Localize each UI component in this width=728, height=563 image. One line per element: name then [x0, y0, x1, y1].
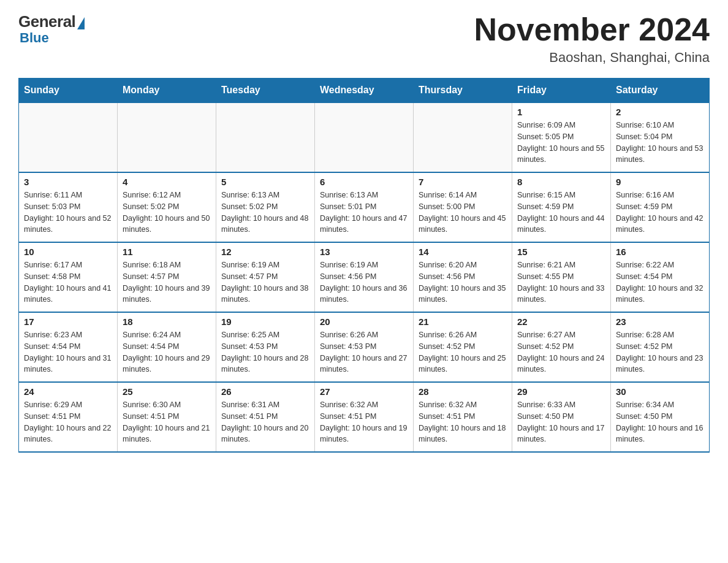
- weekday-header-wednesday: Wednesday: [315, 79, 414, 103]
- month-title: November 2024: [474, 12, 710, 47]
- calendar-week-row: 24Sunrise: 6:29 AM Sunset: 4:51 PM Dayli…: [19, 382, 710, 452]
- calendar-week-row: 3Sunrise: 6:11 AM Sunset: 5:03 PM Daylig…: [19, 172, 710, 242]
- weekday-header-saturday: Saturday: [611, 79, 710, 103]
- day-number: 7: [419, 177, 507, 187]
- calendar-cell: 25Sunrise: 6:30 AM Sunset: 4:51 PM Dayli…: [118, 382, 216, 452]
- calendar-cell: [118, 102, 216, 172]
- calendar-cell: 22Sunrise: 6:27 AM Sunset: 4:52 PM Dayli…: [512, 312, 611, 382]
- day-info: Sunrise: 6:13 AM Sunset: 5:02 PM Dayligh…: [221, 190, 309, 236]
- day-info: Sunrise: 6:11 AM Sunset: 5:03 PM Dayligh…: [24, 190, 112, 236]
- day-number: 29: [517, 386, 605, 397]
- day-number: 9: [616, 177, 704, 187]
- weekday-header-thursday: Thursday: [414, 79, 512, 103]
- day-number: 28: [419, 386, 507, 397]
- calendar-cell: [216, 102, 315, 172]
- day-info: Sunrise: 6:12 AM Sunset: 5:02 PM Dayligh…: [123, 190, 211, 236]
- day-info: Sunrise: 6:20 AM Sunset: 4:56 PM Dayligh…: [419, 259, 507, 305]
- day-info: Sunrise: 6:26 AM Sunset: 4:52 PM Dayligh…: [419, 329, 507, 375]
- day-info: Sunrise: 6:09 AM Sunset: 5:05 PM Dayligh…: [517, 120, 605, 166]
- day-number: 4: [123, 177, 211, 187]
- day-info: Sunrise: 6:33 AM Sunset: 4:50 PM Dayligh…: [517, 399, 605, 445]
- day-number: 20: [320, 316, 408, 327]
- day-info: Sunrise: 6:21 AM Sunset: 4:55 PM Dayligh…: [517, 259, 605, 305]
- day-number: 23: [616, 316, 704, 327]
- day-info: Sunrise: 6:25 AM Sunset: 4:53 PM Dayligh…: [221, 329, 309, 375]
- logo-blue-text: Blue: [20, 30, 49, 46]
- day-info: Sunrise: 6:13 AM Sunset: 5:01 PM Dayligh…: [320, 190, 408, 236]
- calendar-week-row: 1Sunrise: 6:09 AM Sunset: 5:05 PM Daylig…: [19, 102, 710, 172]
- calendar-cell: 28Sunrise: 6:32 AM Sunset: 4:51 PM Dayli…: [414, 382, 512, 452]
- day-info: Sunrise: 6:32 AM Sunset: 4:51 PM Dayligh…: [320, 399, 408, 445]
- day-info: Sunrise: 6:34 AM Sunset: 4:50 PM Dayligh…: [616, 399, 704, 445]
- location-title: Baoshan, Shanghai, China: [474, 50, 710, 66]
- logo-triangle-icon: [77, 17, 85, 29]
- day-number: 1: [517, 107, 605, 117]
- day-info: Sunrise: 6:14 AM Sunset: 5:00 PM Dayligh…: [419, 190, 507, 236]
- day-number: 11: [123, 247, 211, 257]
- calendar-cell: [315, 102, 414, 172]
- calendar-cell: [19, 102, 118, 172]
- weekday-header-row: SundayMondayTuesdayWednesdayThursdayFrid…: [19, 79, 710, 103]
- calendar-cell: 11Sunrise: 6:18 AM Sunset: 4:57 PM Dayli…: [118, 242, 216, 312]
- day-number: 19: [221, 316, 309, 327]
- day-number: 27: [320, 386, 408, 397]
- day-number: 18: [123, 316, 211, 327]
- day-number: 6: [320, 177, 408, 187]
- day-info: Sunrise: 6:28 AM Sunset: 4:52 PM Dayligh…: [616, 329, 704, 375]
- day-number: 25: [123, 386, 211, 397]
- logo: General Blue: [18, 12, 85, 46]
- day-number: 30: [616, 386, 704, 397]
- weekday-header-monday: Monday: [118, 79, 216, 103]
- calendar-cell: 21Sunrise: 6:26 AM Sunset: 4:52 PM Dayli…: [414, 312, 512, 382]
- calendar-cell: 9Sunrise: 6:16 AM Sunset: 4:59 PM Daylig…: [611, 172, 710, 242]
- day-number: 8: [517, 177, 605, 187]
- day-info: Sunrise: 6:23 AM Sunset: 4:54 PM Dayligh…: [24, 329, 112, 375]
- day-info: Sunrise: 6:22 AM Sunset: 4:54 PM Dayligh…: [616, 259, 704, 305]
- day-info: Sunrise: 6:24 AM Sunset: 4:54 PM Dayligh…: [123, 329, 211, 375]
- calendar-cell: 24Sunrise: 6:29 AM Sunset: 4:51 PM Dayli…: [19, 382, 118, 452]
- day-number: 24: [24, 386, 112, 397]
- day-number: 3: [24, 177, 112, 187]
- day-info: Sunrise: 6:26 AM Sunset: 4:53 PM Dayligh…: [320, 329, 408, 375]
- calendar-cell: 5Sunrise: 6:13 AM Sunset: 5:02 PM Daylig…: [216, 172, 315, 242]
- day-info: Sunrise: 6:19 AM Sunset: 4:57 PM Dayligh…: [221, 259, 309, 305]
- logo-general-text: General: [18, 12, 75, 31]
- calendar-cell: 2Sunrise: 6:10 AM Sunset: 5:04 PM Daylig…: [611, 102, 710, 172]
- calendar-cell: 1Sunrise: 6:09 AM Sunset: 5:05 PM Daylig…: [512, 102, 611, 172]
- day-info: Sunrise: 6:18 AM Sunset: 4:57 PM Dayligh…: [123, 259, 211, 305]
- day-number: 26: [221, 386, 309, 397]
- day-info: Sunrise: 6:16 AM Sunset: 4:59 PM Dayligh…: [616, 190, 704, 236]
- day-number: 17: [24, 316, 112, 327]
- calendar-cell: 18Sunrise: 6:24 AM Sunset: 4:54 PM Dayli…: [118, 312, 216, 382]
- calendar-cell: 20Sunrise: 6:26 AM Sunset: 4:53 PM Dayli…: [315, 312, 414, 382]
- calendar-cell: 15Sunrise: 6:21 AM Sunset: 4:55 PM Dayli…: [512, 242, 611, 312]
- calendar-cell: 19Sunrise: 6:25 AM Sunset: 4:53 PM Dayli…: [216, 312, 315, 382]
- calendar-cell: 23Sunrise: 6:28 AM Sunset: 4:52 PM Dayli…: [611, 312, 710, 382]
- header: General Blue November 2024 Baoshan, Shan…: [18, 12, 710, 66]
- day-number: 5: [221, 177, 309, 187]
- day-info: Sunrise: 6:10 AM Sunset: 5:04 PM Dayligh…: [616, 120, 704, 166]
- calendar-cell: 17Sunrise: 6:23 AM Sunset: 4:54 PM Dayli…: [19, 312, 118, 382]
- weekday-header-tuesday: Tuesday: [216, 79, 315, 103]
- calendar-cell: [414, 102, 512, 172]
- calendar-cell: 13Sunrise: 6:19 AM Sunset: 4:56 PM Dayli…: [315, 242, 414, 312]
- calendar-cell: 8Sunrise: 6:15 AM Sunset: 4:59 PM Daylig…: [512, 172, 611, 242]
- day-info: Sunrise: 6:19 AM Sunset: 4:56 PM Dayligh…: [320, 259, 408, 305]
- day-number: 21: [419, 316, 507, 327]
- calendar-table: SundayMondayTuesdayWednesdayThursdayFrid…: [18, 78, 710, 453]
- calendar-cell: 29Sunrise: 6:33 AM Sunset: 4:50 PM Dayli…: [512, 382, 611, 452]
- calendar-cell: 3Sunrise: 6:11 AM Sunset: 5:03 PM Daylig…: [19, 172, 118, 242]
- weekday-header-friday: Friday: [512, 79, 611, 103]
- day-number: 16: [616, 247, 704, 257]
- calendar-cell: 7Sunrise: 6:14 AM Sunset: 5:00 PM Daylig…: [414, 172, 512, 242]
- calendar-cell: 4Sunrise: 6:12 AM Sunset: 5:02 PM Daylig…: [118, 172, 216, 242]
- calendar-week-row: 17Sunrise: 6:23 AM Sunset: 4:54 PM Dayli…: [19, 312, 710, 382]
- calendar-cell: 6Sunrise: 6:13 AM Sunset: 5:01 PM Daylig…: [315, 172, 414, 242]
- calendar-cell: 10Sunrise: 6:17 AM Sunset: 4:58 PM Dayli…: [19, 242, 118, 312]
- day-info: Sunrise: 6:17 AM Sunset: 4:58 PM Dayligh…: [24, 259, 112, 305]
- day-number: 15: [517, 247, 605, 257]
- calendar-cell: 26Sunrise: 6:31 AM Sunset: 4:51 PM Dayli…: [216, 382, 315, 452]
- day-number: 14: [419, 247, 507, 257]
- day-number: 13: [320, 247, 408, 257]
- calendar-cell: 14Sunrise: 6:20 AM Sunset: 4:56 PM Dayli…: [414, 242, 512, 312]
